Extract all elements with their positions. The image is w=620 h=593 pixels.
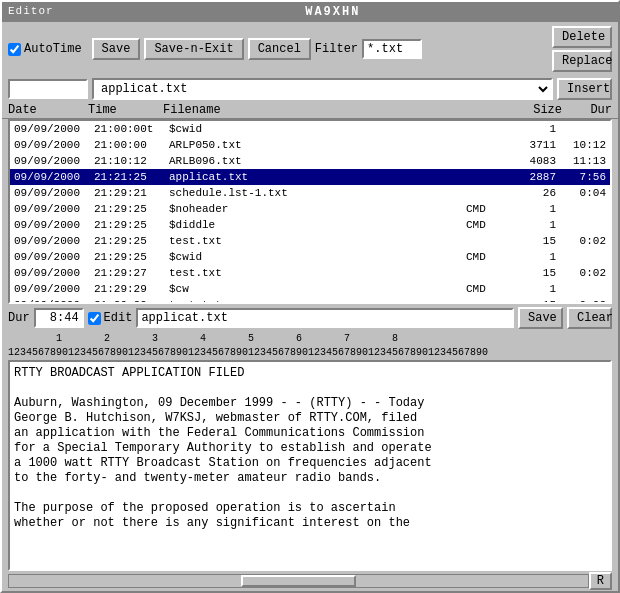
cell-cmd — [466, 185, 506, 201]
cell-time: 21:00:00 — [94, 137, 169, 153]
table-row[interactable]: 09/09/2000 21:00:00 ARLP050.txt 3711 10:… — [10, 137, 610, 153]
cell-filename: schedule.lst-1.txt — [169, 185, 466, 201]
filename-small-input[interactable] — [8, 79, 88, 99]
table-row[interactable]: 09/09/2000 21:21:25 applicat.txt 2887 7:… — [10, 169, 610, 185]
filter-label: Filter — [315, 42, 358, 56]
col-header-filename: Filename — [163, 103, 512, 117]
cell-size: 3711 — [506, 137, 556, 153]
cell-filename: ARLB096.txt — [169, 153, 466, 169]
cell-filename: $cw — [169, 281, 466, 297]
table-row[interactable]: 09/09/2000 21:29:27 test.txt 15 0:02 — [10, 265, 610, 281]
horizontal-scrollbar[interactable] — [8, 574, 589, 588]
cell-size: 1 — [506, 217, 556, 233]
cell-size: 1 — [506, 201, 556, 217]
editor-area[interactable]: RTTY BROADCAST APPLICATION FILED Auburn,… — [8, 360, 612, 571]
dur-value-input[interactable] — [34, 308, 84, 328]
ruler-digits: 1234567890123456789012345678901234567890… — [2, 346, 618, 360]
cancel-button[interactable]: Cancel — [248, 38, 311, 60]
cell-dur: 11:13 — [556, 153, 606, 169]
cell-size: 2887 — [506, 169, 556, 185]
filename-select[interactable]: applicat.txt — [92, 78, 553, 100]
cell-filename: applicat.txt — [169, 169, 466, 185]
cell-time: 21:29:21 — [94, 185, 169, 201]
cell-cmd — [466, 233, 506, 249]
dur-save-button[interactable]: Save — [518, 307, 563, 329]
cell-time: 21:29:25 — [94, 233, 169, 249]
cell-date: 09/09/2000 — [14, 249, 94, 265]
save-button[interactable]: Save — [92, 38, 141, 60]
cell-cmd — [466, 121, 506, 137]
cell-time: 21:10:12 — [94, 153, 169, 169]
cell-dur: 0:02 — [556, 297, 606, 304]
table-row[interactable]: 09/09/2000 21:29:25 $noheader CMD 1 — [10, 201, 610, 217]
table-row[interactable]: 09/09/2000 21:29:25 test.txt 15 0:02 — [10, 233, 610, 249]
cell-dur: 0:04 — [556, 185, 606, 201]
table-header: Date Time Filename Size Dur — [2, 102, 618, 119]
cell-filename: ARLP050.txt — [169, 137, 466, 153]
file-table[interactable]: 09/09/2000 21:00:00t $cwid 1 09/09/2000 … — [8, 119, 612, 304]
cell-dur: 0:02 — [556, 265, 606, 281]
autotime-label[interactable]: AutoTime — [8, 42, 82, 56]
dur-label: Dur — [8, 311, 30, 325]
cell-date: 09/09/2000 — [14, 265, 94, 281]
cell-date: 09/09/2000 — [14, 217, 94, 233]
cell-cmd — [466, 137, 506, 153]
cell-filename: $diddle — [169, 217, 466, 233]
cell-size: 4083 — [506, 153, 556, 169]
dur-clear-button[interactable]: Clear — [567, 307, 612, 329]
cell-cmd — [466, 169, 506, 185]
cell-size: 15 — [506, 265, 556, 281]
cell-size: 1 — [506, 121, 556, 137]
cell-cmd: CMD — [466, 249, 506, 265]
insert-button[interactable]: Insert — [557, 78, 612, 100]
bottom-bar: R — [2, 571, 618, 591]
cell-cmd — [466, 297, 506, 304]
editor-content[interactable]: RTTY BROADCAST APPLICATION FILED Auburn,… — [10, 362, 610, 535]
save-n-exit-button[interactable]: Save-n-Exit — [144, 38, 243, 60]
edit-checkbox[interactable] — [88, 312, 101, 325]
replace-button[interactable]: Replace — [552, 50, 612, 72]
table-row[interactable]: 09/09/2000 21:10:12 ARLB096.txt 4083 11:… — [10, 153, 610, 169]
col-header-size: Size — [512, 103, 562, 117]
side-buttons: Delete Replace — [552, 26, 612, 72]
table-row[interactable]: 09/09/2000 21:29:25 $cwid CMD 1 — [10, 249, 610, 265]
cell-size: 15 — [506, 233, 556, 249]
cell-filename: test.txt — [169, 265, 466, 281]
cell-size: 15 — [506, 297, 556, 304]
r-button[interactable]: R — [589, 572, 612, 590]
cell-time: 21:29:25 — [94, 217, 169, 233]
cell-date: 09/09/2000 — [14, 137, 94, 153]
cell-filename: test.txt — [169, 297, 466, 304]
delete-button[interactable]: Delete — [552, 26, 612, 48]
editor-window: Editor WA9XHN AutoTime Save Save-n-Exit … — [0, 0, 620, 593]
cell-filename: $noheader — [169, 201, 466, 217]
autotime-checkbox[interactable] — [8, 43, 21, 56]
ruler-numbers: 1 2 3 4 5 6 7 8 — [2, 332, 618, 346]
table-row[interactable]: 09/09/2000 21:29:29 test.txt 15 0:02 — [10, 297, 610, 304]
filename-edit-input[interactable] — [136, 308, 514, 328]
cell-time: 21:21:25 — [94, 169, 169, 185]
table-row[interactable]: 09/09/2000 21:29:29 $cw CMD 1 — [10, 281, 610, 297]
cell-dur — [556, 281, 606, 297]
cell-dur — [556, 121, 606, 137]
cell-date: 09/09/2000 — [14, 169, 94, 185]
col-header-dur: Dur — [562, 103, 612, 117]
cell-date: 09/09/2000 — [14, 233, 94, 249]
edit-label[interactable]: Edit — [88, 311, 133, 325]
cell-time: 21:29:25 — [94, 201, 169, 217]
cell-dur: 0:02 — [556, 233, 606, 249]
filename-row: applicat.txt Insert — [2, 76, 618, 102]
table-row[interactable]: 09/09/2000 21:29:21 schedule.lst-1.txt 2… — [10, 185, 610, 201]
cell-size: 1 — [506, 249, 556, 265]
filter-input[interactable] — [362, 39, 422, 59]
editor-label: Editor — [8, 5, 54, 17]
table-row[interactable]: 09/09/2000 21:00:00t $cwid 1 — [10, 121, 610, 137]
cell-dur — [556, 201, 606, 217]
cell-time: 21:29:29 — [94, 297, 169, 304]
cell-filename: $cwid — [169, 121, 466, 137]
col-header-date: Date — [8, 103, 88, 117]
cell-dur: 7:56 — [556, 169, 606, 185]
table-row[interactable]: 09/09/2000 21:29:25 $diddle CMD 1 — [10, 217, 610, 233]
cell-dur — [556, 217, 606, 233]
cell-date: 09/09/2000 — [14, 281, 94, 297]
